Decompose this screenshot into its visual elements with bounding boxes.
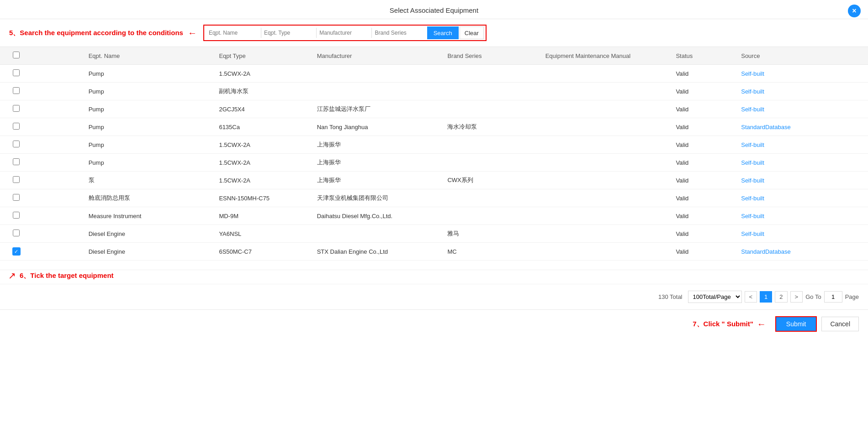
goto-page-input[interactable] — [824, 291, 842, 303]
row-brand-series — [444, 189, 541, 207]
row-checkbox-cell — [0, 154, 32, 172]
row-brand-series — [444, 261, 541, 270]
cancel-button[interactable]: Cancel — [821, 317, 859, 331]
row-manual — [542, 118, 672, 136]
table-row: Pump1.5CWX-2A上海振华ValidSelf-built — [0, 154, 868, 172]
row-eqpt-name: Pump — [85, 65, 216, 83]
row-manufacturer — [313, 65, 444, 83]
row-manual — [542, 225, 672, 243]
row-manual — [542, 83, 672, 100]
row-eqpt-type: YA6NSL — [215, 225, 313, 243]
total-label: 130 Total — [658, 293, 683, 300]
table-row: Measure InstrumentMD-9MDaihatsu Diesel M… — [0, 207, 868, 225]
row-status — [672, 261, 737, 270]
row-checkbox[interactable] — [13, 87, 20, 94]
row-brand-series: MC — [444, 243, 541, 261]
row-checkbox[interactable] — [13, 230, 20, 236]
header-brand-col: Brand Series — [444, 47, 541, 65]
row-image-cell — [32, 189, 85, 207]
row-image-cell — [32, 261, 85, 270]
row-checkbox-cell — [0, 100, 32, 118]
row-eqpt-name: Pump — [85, 83, 216, 100]
search-button[interactable]: Search — [427, 26, 459, 39]
row-eqpt-name: 舱底消防总用泵 — [85, 189, 216, 207]
header-img-col — [32, 47, 85, 65]
row-checkbox[interactable] — [13, 212, 20, 219]
eqpt-type-input[interactable] — [261, 28, 316, 38]
row-checkbox[interactable] — [13, 141, 20, 147]
row-manufacturer — [313, 261, 444, 270]
row-checkbox[interactable] — [13, 158, 20, 165]
row-status: Valid — [672, 83, 737, 100]
row-eqpt-name: Diesel Engine — [85, 225, 216, 243]
table-row: Pump1.5CWX-2A上海振华ValidSelf-built — [0, 136, 868, 154]
row-checkbox[interactable] — [13, 69, 20, 76]
row-eqpt-type: ESNN-150MH-C75 — [215, 189, 313, 207]
row-manufacturer: 天津泵业机械集团有限公司 — [313, 189, 444, 207]
next-page-button[interactable]: > — [790, 291, 803, 303]
row-manual — [542, 243, 672, 261]
row-status: Valid — [672, 136, 737, 154]
header-manufacturer-col: Manufacturer — [313, 47, 444, 65]
submit-instruction-text: 7、Click " Submit" — [693, 320, 753, 329]
row-eqpt-name: Pump — [85, 118, 216, 136]
row-checkbox-cell — [0, 225, 32, 243]
row-manufacturer — [313, 83, 444, 100]
row-checkbox[interactable] — [13, 194, 20, 201]
row-status: Valid — [672, 207, 737, 225]
clear-button[interactable]: Clear — [460, 26, 484, 39]
row-brand-series — [444, 65, 541, 83]
header-manual-col: Equipment Maintenance Manual — [542, 47, 672, 65]
row-source: Self-built — [737, 207, 868, 225]
row-checkbox-cell — [0, 261, 32, 270]
manufacturer-input[interactable] — [316, 28, 371, 38]
close-button[interactable]: × — [848, 5, 861, 17]
row-image-cell — [32, 83, 85, 100]
select-all-checkbox[interactable] — [13, 52, 20, 58]
row-checkbox[interactable] — [13, 123, 20, 130]
tick-instruction-text: 6、Tick the target equipment — [20, 272, 114, 280]
submit-button[interactable]: Submit — [775, 316, 817, 332]
table-row: Pump副机海水泵ValidSelf-built — [0, 83, 868, 100]
row-manual — [542, 189, 672, 207]
row-checkbox[interactable] — [13, 105, 20, 112]
search-instruction-text: 5、Search the equipment according to the … — [9, 29, 183, 37]
row-checkbox[interactable] — [13, 176, 20, 183]
row-eqpt-type: 1.5CWX-2A — [215, 154, 313, 172]
row-eqpt-name — [85, 261, 216, 270]
row-image-cell — [32, 65, 85, 83]
table-row: ✓Diesel Engine6S50MC-C7STX Dalian Engine… — [0, 243, 868, 261]
row-image-cell — [32, 100, 85, 118]
search-filter-box: Search Clear — [203, 25, 487, 41]
brand-series-input[interactable] — [371, 28, 427, 38]
row-eqpt-type: 副机海水泵 — [215, 83, 313, 100]
row-manual — [542, 207, 672, 225]
row-brand-series: CWX系列 — [444, 172, 541, 189]
row-source: Self-built — [737, 189, 868, 207]
row-manufacturer: Nan Tong Jianghua — [313, 118, 444, 136]
row-manual — [542, 172, 672, 189]
row-checkbox-cell — [0, 118, 32, 136]
page-size-select[interactable]: 100Total/Page 50Total/Page 20Total/Page — [688, 291, 742, 303]
row-eqpt-type — [215, 261, 313, 270]
table-row: 舱底消防总用泵ESNN-150MH-C75天津泵业机械集团有限公司ValidSe… — [0, 189, 868, 207]
row-checkbox-checked[interactable]: ✓ — [12, 247, 21, 256]
row-eqpt-name: 泵 — [85, 172, 216, 189]
header-eqpt-type-col: Eqpt Type — [215, 47, 313, 65]
row-eqpt-type: 6S50MC-C7 — [215, 243, 313, 261]
row-manufacturer: 上海振华 — [313, 154, 444, 172]
row-image-cell — [32, 154, 85, 172]
page-1-button[interactable]: 1 — [760, 291, 772, 303]
page-2-button[interactable]: 2 — [775, 291, 787, 303]
row-manufacturer: STX Dalian Engine Co.,Ltd — [313, 243, 444, 261]
bottom-action-row: 7、Click " Submit" ← Submit Cancel — [0, 309, 868, 338]
row-checkbox-cell — [0, 172, 32, 189]
row-brand-series — [444, 100, 541, 118]
row-status: Valid — [672, 225, 737, 243]
prev-page-button[interactable]: < — [745, 291, 757, 303]
submit-instruction: 7、Click " Submit" ← — [693, 319, 766, 329]
pagination-row: 130 Total 100Total/Page 50Total/Page 20T… — [0, 284, 868, 309]
eqpt-name-input[interactable] — [206, 28, 261, 38]
row-brand-series: 雅马 — [444, 225, 541, 243]
table-row: Pump1.5CWX-2AValidSelf-built — [0, 65, 868, 83]
